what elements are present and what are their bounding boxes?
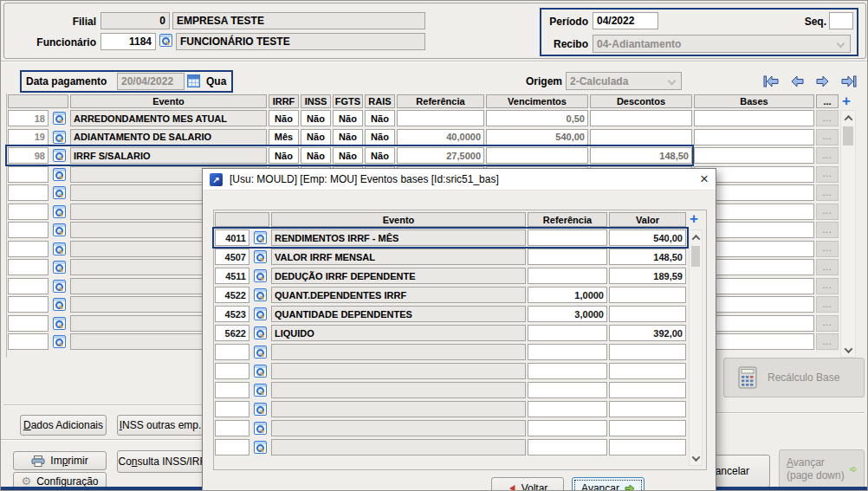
row-code-cell[interactable] [215, 420, 249, 436]
funcionario-code-field[interactable]: 1184 [100, 33, 156, 50]
search-icon-button[interactable] [251, 249, 269, 265]
search-icon-button[interactable] [251, 363, 269, 379]
search-icon-button[interactable] [50, 147, 68, 164]
row-code-cell[interactable] [8, 333, 49, 350]
row-more-button[interactable]: ... [816, 184, 839, 201]
row-code-cell[interactable] [8, 222, 49, 238]
periodo-field[interactable]: 04/2022 [593, 12, 658, 29]
valor-cell[interactable] [609, 382, 686, 398]
evento-cell[interactable]: IRRF S/SALARIO [70, 147, 267, 164]
valor-cell[interactable] [609, 439, 686, 455]
dialog-table-row[interactable] [215, 363, 686, 379]
row-code-cell[interactable] [215, 401, 249, 417]
calendar-button[interactable] [187, 74, 200, 91]
search-icon-button[interactable] [50, 204, 68, 220]
main-table-row[interactable]: 19ADIANTAMENTO DE SALARIOMêsNãoNãoNão40,… [8, 129, 839, 145]
dialog-table-row[interactable]: 4507VALOR IRRF MENSAL148,50 [215, 249, 686, 265]
valor-cell[interactable]: 189,59 [609, 268, 686, 284]
referencia-cell[interactable]: 1,0000 [528, 287, 607, 303]
bases-cell[interactable] [694, 129, 814, 145]
filial-code-field[interactable]: 0 [100, 12, 170, 29]
bases-cell[interactable] [694, 110, 814, 126]
referencia-cell[interactable] [528, 325, 607, 341]
avancar-button[interactable]: Avançar [572, 477, 645, 491]
search-icon-button[interactable] [251, 439, 269, 455]
scroll-up-button[interactable] [841, 111, 855, 125]
row-code-cell[interactable]: 4011 [215, 229, 249, 246]
row-code-cell[interactable] [215, 344, 249, 360]
descontos-cell[interactable]: 148,50 [590, 147, 692, 164]
referencia-cell[interactable] [528, 344, 607, 360]
irrf-cell[interactable]: Não [269, 110, 299, 126]
row-code-cell[interactable] [8, 315, 49, 332]
row-code-cell[interactable]: 5622 [215, 325, 249, 341]
referencia-cell[interactable] [528, 363, 607, 379]
search-icon-button[interactable] [50, 166, 68, 183]
inss-cell[interactable]: Não [301, 110, 331, 126]
vencimentos-cell[interactable]: 0,50 [486, 110, 588, 126]
row-more-button[interactable]: ... [816, 204, 839, 220]
row-code-cell[interactable]: 98 [8, 147, 49, 164]
vencimentos-cell[interactable] [486, 147, 588, 164]
row-code-cell[interactable] [8, 296, 49, 313]
dialog-table-row[interactable] [215, 382, 686, 398]
valor-cell[interactable] [609, 363, 686, 379]
rais-cell[interactable]: Não [365, 110, 395, 126]
referencia-cell[interactable]: 3,0000 [528, 306, 607, 322]
search-icon-button[interactable] [50, 259, 68, 275]
nav-previous-button[interactable] [786, 73, 808, 90]
dialog-table-row[interactable] [215, 439, 686, 455]
scroll-up-button[interactable] [690, 230, 702, 244]
valor-cell[interactable]: 148,50 [609, 249, 686, 265]
row-more-button[interactable]: ... [816, 315, 839, 332]
valor-cell[interactable] [609, 420, 686, 436]
dialog-table-row[interactable]: 5622LIQUIDO392,00 [215, 325, 686, 341]
referencia-cell[interactable] [528, 439, 607, 455]
fgts-cell[interactable]: Não [333, 147, 363, 164]
scrollbar-thumb[interactable] [843, 126, 853, 145]
row-code-cell[interactable] [8, 241, 49, 257]
data-pagamento-field[interactable]: 20/04/2022 [117, 73, 185, 90]
dialog-title-bar[interactable]: ↗ [Usu: MOULD] [Emp: MOU] Eventos bases … [203, 169, 716, 191]
vencimentos-cell[interactable]: 540,00 [486, 129, 588, 145]
fgts-cell[interactable]: Não [333, 110, 363, 126]
evento-cell[interactable]: DEDUÇÃO IRRF DEPENDENTE [271, 268, 526, 284]
valor-cell[interactable] [609, 401, 686, 417]
consulta-inss-irrf-button[interactable]: Consulta INSS/IRRF [117, 450, 215, 473]
seq-field[interactable] [829, 12, 853, 29]
valor-cell[interactable] [609, 344, 686, 360]
valor-cell[interactable]: 392,00 [609, 325, 686, 341]
nav-first-button[interactable] [760, 73, 782, 90]
funcionario-search-button[interactable] [157, 34, 175, 47]
descontos-cell[interactable] [590, 129, 692, 145]
dialog-table-row[interactable] [215, 344, 686, 360]
recalculo-base-button[interactable]: Recálculo Base [723, 358, 865, 397]
main-table-row[interactable]: 98IRRF S/SALARIONãoNãoNãoNão27,5000148,5… [8, 147, 839, 164]
referencia-cell[interactable] [528, 249, 607, 265]
irrf-cell[interactable]: Mês [269, 129, 299, 145]
row-code-cell[interactable] [215, 439, 249, 455]
row-more-button[interactable]: ... [816, 222, 839, 238]
row-code-cell[interactable]: 4523 [215, 306, 249, 322]
dados-adicionais-button[interactable]: Dados Adicionais [20, 415, 107, 436]
dialog-table-row[interactable]: 4511DEDUÇÃO IRRF DEPENDENTE189,59 [215, 268, 686, 284]
inss-outras-emp-button[interactable]: INSS outras emp. [117, 415, 204, 436]
avancar-page-down-button[interactable]: Avançar (page down) [779, 449, 865, 488]
valor-cell[interactable]: 540,00 [609, 229, 686, 246]
row-code-cell[interactable] [8, 259, 49, 275]
dialog-table-row[interactable]: 4523QUANTIDADE DEPENDENTES3,0000 [215, 306, 686, 322]
scroll-down-button[interactable] [841, 343, 855, 357]
row-code-cell[interactable] [215, 363, 249, 379]
referencia-cell[interactable]: 40,0000 [397, 129, 484, 145]
search-icon-button[interactable] [50, 129, 68, 145]
search-icon-button[interactable] [251, 306, 269, 322]
inss-cell[interactable]: Não [301, 147, 331, 164]
search-icon-button[interactable] [50, 333, 68, 350]
row-code-cell[interactable] [8, 184, 49, 201]
row-more-button[interactable]: ... [816, 278, 839, 294]
dialog-table-row[interactable] [215, 401, 686, 417]
recibo-dropdown[interactable]: 04-Adiantamento [593, 35, 851, 53]
rais-cell[interactable]: Não [365, 129, 395, 145]
descontos-cell[interactable] [590, 110, 692, 126]
dialog-table-row[interactable]: 4522QUANT.DEPENDENTES IRRF1,0000 [215, 287, 686, 303]
